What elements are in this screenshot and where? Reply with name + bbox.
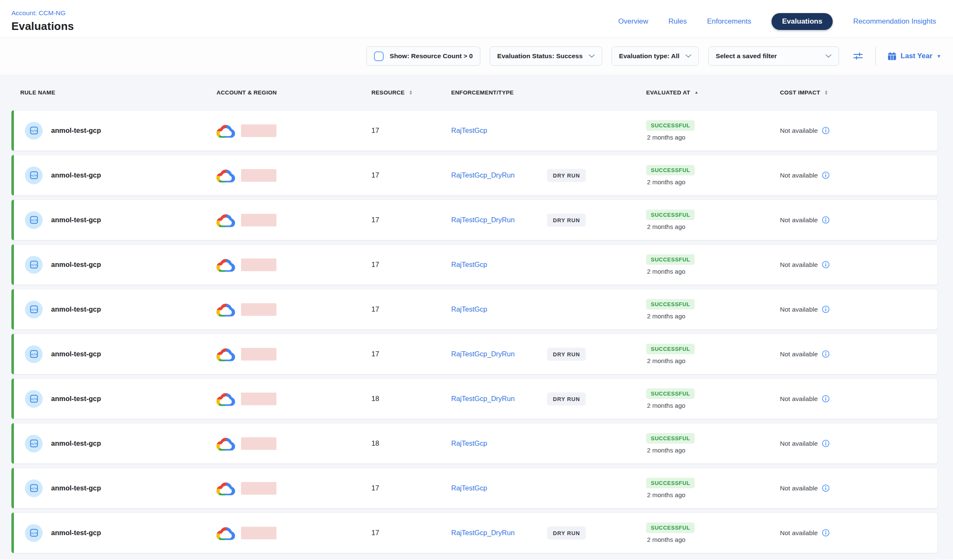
gcp-cloud-icon bbox=[217, 123, 235, 138]
tab-enforcements[interactable]: Enforcements bbox=[707, 13, 751, 30]
enforcement-link[interactable]: RajTestGcp_DryRun bbox=[451, 529, 514, 537]
column-header-cost-impact[interactable]: COST IMPACT ▲▼ bbox=[780, 89, 938, 96]
info-icon[interactable] bbox=[822, 395, 830, 403]
table-row[interactable]: anmol-test-gcp 17 RajTestGcp SUCCESSFUL … bbox=[11, 289, 938, 330]
redacted-account-name bbox=[241, 482, 276, 495]
dry-run-badge: DRY RUN bbox=[547, 347, 586, 361]
gcp-cloud-icon bbox=[217, 168, 235, 183]
code-rule-icon bbox=[30, 394, 38, 403]
table-row[interactable]: anmol-test-gcp 17 RajTestGcp SUCCESSFUL … bbox=[11, 110, 938, 151]
cost-impact-value: Not available bbox=[780, 350, 818, 358]
rule-name-cell: anmol-test-gcp bbox=[14, 435, 217, 452]
table-row[interactable]: anmol-test-gcp 18 RajTestGcp_DryRun DRY … bbox=[11, 378, 938, 419]
status-badge: SUCCESSFUL bbox=[646, 299, 695, 310]
info-icon[interactable] bbox=[822, 171, 830, 179]
date-range-picker[interactable]: Last Year ▼ bbox=[888, 52, 941, 61]
evaluation-type-dropdown[interactable]: Evaluation type: All bbox=[612, 46, 699, 66]
resource-count-checkbox[interactable] bbox=[374, 51, 384, 61]
evaluated-time: 2 months ago bbox=[646, 223, 685, 230]
table-row[interactable]: anmol-test-gcp 17 RajTestGcp SUCCESSFUL … bbox=[11, 468, 938, 509]
chevron-down-icon bbox=[826, 54, 831, 58]
column-header-evaluated-at[interactable]: EVALUATED AT ▲ bbox=[646, 89, 780, 96]
rule-name-cell: anmol-test-gcp bbox=[14, 211, 217, 229]
cost-impact-cell: Not available bbox=[780, 127, 937, 135]
evaluation-status-dropdown[interactable]: Evaluation Status: Success bbox=[490, 46, 602, 66]
table-row[interactable]: anmol-test-gcp 17 RajTestGcp_DryRun DRY … bbox=[11, 155, 938, 196]
resource-count-cell: 17 bbox=[356, 216, 451, 224]
gcp-cloud-icon bbox=[217, 525, 235, 540]
info-icon[interactable] bbox=[822, 305, 830, 313]
info-icon[interactable] bbox=[822, 529, 830, 537]
sort-asc-icon[interactable]: ▲ bbox=[694, 90, 699, 94]
account-breadcrumb[interactable]: Account: CCM-NG bbox=[11, 9, 65, 17]
column-header-resource[interactable]: RESOURCE ▲▼ bbox=[356, 89, 451, 96]
enforcement-cell: RajTestGcp_DryRun DRY RUN bbox=[451, 350, 646, 358]
table-row[interactable]: anmol-test-gcp 17 RajTestGcp_DryRun DRY … bbox=[11, 334, 938, 374]
account-region-cell bbox=[217, 347, 356, 361]
rule-icon bbox=[25, 345, 43, 363]
table-row[interactable]: anmol-test-gcp 17 RajTestGcp_DryRun DRY … bbox=[11, 512, 938, 553]
rule-name: anmol-test-gcp bbox=[51, 127, 101, 135]
enforcement-link[interactable]: RajTestGcp_DryRun bbox=[451, 395, 514, 403]
enforcement-link[interactable]: RajTestGcp bbox=[451, 305, 487, 313]
sort-icon[interactable]: ▲▼ bbox=[409, 90, 413, 95]
enforcement-link[interactable]: RajTestGcp_DryRun bbox=[451, 350, 514, 358]
tab-rules[interactable]: Rules bbox=[669, 13, 687, 30]
evaluated-time: 2 months ago bbox=[646, 312, 685, 320]
tab-evaluations[interactable]: Evaluations bbox=[772, 13, 833, 30]
evaluated-time: 2 months ago bbox=[646, 134, 685, 141]
enforcement-link[interactable]: RajTestGcp_DryRun bbox=[451, 171, 514, 179]
table-row[interactable]: anmol-test-gcp 18 RajTestGcp SUCCESSFUL … bbox=[11, 423, 938, 464]
date-range-label: Last Year bbox=[901, 52, 932, 60]
info-icon[interactable] bbox=[822, 261, 830, 269]
column-header-rule-name: RULE NAME bbox=[14, 89, 217, 96]
rule-name-cell: anmol-test-gcp bbox=[14, 122, 217, 140]
enforcement-cell: RajTestGcp bbox=[451, 305, 646, 313]
enforcement-cell: RajTestGcp bbox=[451, 484, 646, 492]
enforcement-link[interactable]: RajTestGcp_DryRun bbox=[451, 216, 514, 224]
table-row[interactable]: anmol-test-gcp 17 RajTestGcp_DryRun DRY … bbox=[11, 199, 938, 240]
info-icon[interactable] bbox=[822, 216, 830, 224]
resource-count-filter[interactable]: Show: Resource Count > 0 bbox=[366, 46, 480, 66]
enforcement-link[interactable]: RajTestGcp bbox=[451, 484, 487, 492]
redacted-account-name bbox=[241, 214, 276, 226]
enforcement-link[interactable]: RajTestGcp bbox=[451, 439, 487, 447]
sort-icon[interactable]: ▲▼ bbox=[824, 90, 828, 95]
resource-count-cell: 18 bbox=[356, 439, 451, 447]
evaluation-type-label: Evaluation type: All bbox=[619, 52, 680, 60]
code-rule-icon bbox=[30, 215, 38, 224]
code-rule-icon bbox=[30, 350, 38, 358]
info-icon[interactable] bbox=[822, 350, 830, 358]
resource-count-label: Show: Resource Count > 0 bbox=[390, 52, 473, 60]
dry-run-badge: DRY RUN bbox=[547, 169, 586, 182]
info-icon[interactable] bbox=[822, 439, 830, 447]
redacted-account-name bbox=[241, 348, 276, 361]
resource-count-cell: 17 bbox=[356, 261, 451, 269]
info-icon[interactable] bbox=[822, 484, 830, 492]
enforcement-link[interactable]: RajTestGcp bbox=[451, 261, 487, 269]
enforcement-cell: RajTestGcp_DryRun DRY RUN bbox=[451, 395, 646, 403]
chevron-down-icon bbox=[685, 54, 691, 58]
calendar-icon bbox=[888, 52, 896, 61]
filter-settings-button[interactable] bbox=[853, 51, 864, 62]
status-badge: SUCCESSFUL bbox=[646, 254, 695, 265]
page-header: Account: CCM-NG Evaluations OverviewRule… bbox=[0, 0, 953, 38]
enforcement-cell: RajTestGcp bbox=[451, 127, 646, 135]
enforcement-link[interactable]: RajTestGcp bbox=[451, 127, 487, 135]
rule-icon bbox=[25, 256, 43, 274]
info-icon[interactable] bbox=[822, 127, 830, 135]
rule-icon bbox=[25, 390, 43, 408]
resource-count-cell: 17 bbox=[356, 305, 451, 313]
evaluated-at-cell: SUCCESSFUL 2 months ago bbox=[646, 344, 780, 364]
table-row[interactable]: anmol-test-gcp 17 RajTestGcp SUCCESSFUL … bbox=[11, 244, 938, 285]
rule-name: anmol-test-gcp bbox=[51, 395, 101, 403]
cost-impact-cell: Not available bbox=[780, 171, 937, 179]
tab-overview[interactable]: Overview bbox=[618, 13, 648, 30]
saved-filter-dropdown[interactable]: Select a saved filter bbox=[708, 46, 839, 66]
tab-recommendation-insights[interactable]: Recommendation Insights bbox=[853, 13, 936, 30]
account-region-cell bbox=[217, 525, 356, 540]
redacted-account-name bbox=[241, 437, 276, 450]
page-title: Evaluations bbox=[11, 20, 74, 33]
evaluations-table: RULE NAME ACCOUNT & REGION RESOURCE ▲▼ E… bbox=[0, 75, 953, 560]
status-badge: SUCCESSFUL bbox=[646, 120, 695, 131]
